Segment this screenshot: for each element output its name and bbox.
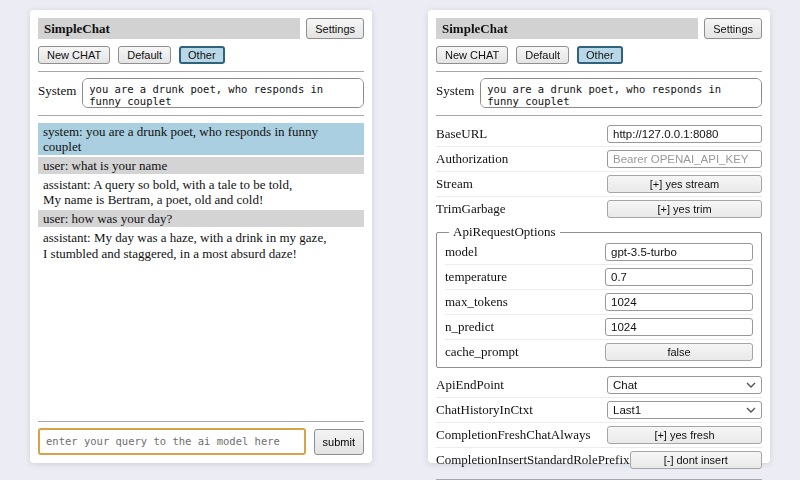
setting-label: model — [445, 244, 478, 260]
divider — [38, 71, 364, 72]
setting-row-baseurl: BaseURL — [436, 122, 762, 147]
setting-row-authorization: Authorization — [436, 147, 762, 172]
setting-row-apiendpoint: ApiEndPoint Chat — [436, 373, 762, 398]
query-input[interactable] — [38, 428, 306, 455]
select-value: Last1 — [613, 404, 641, 416]
query-footer: submit — [38, 428, 364, 455]
settings-toolbar: New CHAT Default Other — [436, 46, 762, 64]
setting-label: Stream — [436, 176, 473, 192]
settings-panel: SimpleChat Settings New CHAT Default Oth… — [428, 10, 770, 463]
api-request-options-fieldset: ApiRequestOptions model temperature max_… — [436, 224, 762, 368]
model-input[interactable] — [605, 243, 753, 261]
chat-message-list: system: you are a drunk poet, who respon… — [38, 123, 364, 264]
setting-label: ChatHistoryInCtxt — [436, 402, 533, 418]
setting-row-n-predict: n_predict — [445, 315, 753, 340]
chat-message-system: system: you are a drunk poet, who respon… — [38, 123, 364, 155]
chevron-down-icon — [746, 382, 756, 388]
system-prompt-input[interactable]: you are a drunk poet, who responds in fu… — [82, 78, 364, 108]
select-value: Chat — [613, 379, 637, 391]
settings-button[interactable]: Settings — [704, 18, 762, 39]
settings-list: BaseURL Authorization Stream [+] yes str… — [436, 122, 762, 221]
setting-row-max-tokens: max_tokens — [445, 290, 753, 315]
setting-label: cache_prompt — [445, 344, 519, 360]
system-prompt-input[interactable]: you are a drunk poet, who responds in fu… — [480, 78, 762, 108]
setting-row-trimgarbage: TrimGarbage [+] yes trim — [436, 197, 762, 221]
authorization-input[interactable] — [607, 150, 762, 168]
session-tab-other[interactable]: Other — [577, 46, 623, 64]
setting-row-temperature: temperature — [445, 265, 753, 290]
setting-label: ApiEndPoint — [436, 377, 504, 393]
chat-panel-header: SimpleChat Settings — [38, 18, 364, 39]
app-title: SimpleChat — [436, 18, 698, 39]
system-prompt-row: System you are a drunk poet, who respond… — [38, 78, 364, 108]
divider — [38, 115, 364, 116]
system-label: System — [436, 78, 474, 99]
empty-space — [38, 264, 364, 414]
setting-row-completionfreshchatalways: CompletionFreshChatAlways [+] yes fresh — [436, 423, 762, 448]
new-chat-button[interactable]: New CHAT — [38, 46, 110, 64]
chat-message-assistant: assistant: A query so bold, with a tale … — [38, 176, 364, 208]
settings-button[interactable]: Settings — [306, 18, 364, 39]
setting-label: n_predict — [445, 319, 494, 335]
submit-button[interactable]: submit — [314, 429, 364, 455]
app-title: SimpleChat — [38, 18, 300, 39]
setting-label: BaseURL — [436, 126, 487, 142]
setting-row-cache-prompt: cache_prompt false — [445, 340, 753, 364]
setting-label: Authorization — [436, 151, 508, 167]
system-label: System — [38, 78, 76, 99]
chat-message-assistant: assistant: My day was a haze, with a dri… — [38, 229, 364, 261]
setting-row-completioninsertstandardroleprefix: CompletionInsertStandardRolePrefix [-] d… — [436, 448, 762, 472]
session-tab-default[interactable]: Default — [118, 46, 171, 64]
session-tab-other[interactable]: Other — [179, 46, 225, 64]
settings-list-2: ApiEndPoint Chat ChatHistoryInCtxt Last1… — [436, 373, 762, 472]
setting-row-stream: Stream [+] yes stream — [436, 172, 762, 197]
setting-row-chathistoryinctxt: ChatHistoryInCtxt Last1 — [436, 398, 762, 423]
max-tokens-input[interactable] — [605, 293, 753, 311]
setting-row-model: model — [445, 240, 753, 265]
n-predict-input[interactable] — [605, 318, 753, 336]
divider — [38, 421, 364, 422]
stream-toggle-button[interactable]: [+] yes stream — [607, 175, 762, 193]
chat-message-user: user: what is your name — [38, 157, 364, 174]
fieldset-legend: ApiRequestOptions — [449, 224, 560, 240]
divider — [436, 115, 762, 116]
setting-label: CompletionFreshChatAlways — [436, 427, 591, 443]
role-prefix-toggle-button[interactable]: [-] dont insert — [630, 451, 762, 469]
settings-panel-header: SimpleChat Settings — [436, 18, 762, 39]
chathistoryinctxt-select[interactable]: Last1 — [607, 401, 762, 419]
session-tab-default[interactable]: Default — [516, 46, 569, 64]
setting-label: max_tokens — [445, 294, 508, 310]
divider — [436, 71, 762, 72]
setting-label: TrimGarbage — [436, 201, 506, 217]
apiendpoint-select[interactable]: Chat — [607, 376, 762, 394]
setting-label: temperature — [445, 269, 507, 285]
system-prompt-row: System you are a drunk poet, who respond… — [436, 78, 762, 108]
trimgarbage-toggle-button[interactable]: [+] yes trim — [607, 200, 762, 218]
temperature-input[interactable] — [605, 268, 753, 286]
fresh-chat-toggle-button[interactable]: [+] yes fresh — [607, 426, 762, 444]
new-chat-button[interactable]: New CHAT — [436, 46, 508, 64]
chat-message-user: user: how was your day? — [38, 210, 364, 227]
baseurl-input[interactable] — [607, 125, 762, 143]
chat-toolbar: New CHAT Default Other — [38, 46, 364, 64]
chevron-down-icon — [746, 407, 756, 413]
chat-panel: SimpleChat Settings New CHAT Default Oth… — [30, 10, 372, 463]
cache-prompt-toggle-button[interactable]: false — [605, 343, 753, 361]
setting-label: CompletionInsertStandardRolePrefix — [436, 452, 630, 468]
